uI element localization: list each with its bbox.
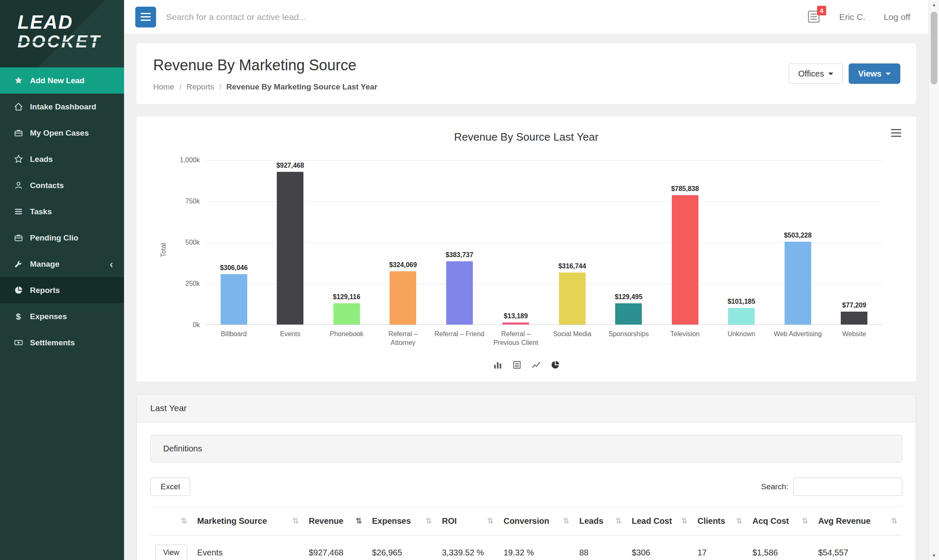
user-menu[interactable]: Eric C. — [839, 12, 865, 22]
breadcrumb-item[interactable]: Home — [153, 82, 174, 92]
chart-bar-referral-attorney[interactable] — [390, 271, 416, 325]
notification-badge[interactable]: 4 — [817, 6, 826, 16]
breadcrumb-item[interactable]: Reports — [186, 82, 214, 92]
bar-value-label: $324,069 — [389, 261, 417, 269]
sidebar-item-label: Manage — [30, 260, 60, 269]
chart-bar-sponsorships[interactable] — [615, 303, 642, 325]
sidebar: LEAD DOCKET Add New LeadIntake Dashboard… — [0, 0, 124, 560]
view-column-header[interactable]: ⇅ — [150, 507, 192, 535]
page-title: Revenue By Marketing Source — [153, 57, 899, 74]
sidebar-item-leads[interactable]: Leads — [0, 146, 124, 172]
chart-panel: Revenue By Source Last Year Total 0k250k… — [137, 116, 916, 382]
header-actions: Offices Views — [789, 64, 900, 84]
bar-chart: Total 0k250k500k750k1,000k$306,046$927,4… — [206, 160, 882, 347]
table-cell: $26,965 — [367, 535, 437, 560]
chart-bar-social-media[interactable] — [559, 273, 586, 325]
y-axis-tick-label: 750k — [185, 198, 206, 205]
sort-icon[interactable]: ⇅ — [426, 516, 432, 525]
sidebar-item-contacts[interactable]: Contacts — [0, 172, 124, 198]
chart-bar-television[interactable] — [672, 195, 698, 325]
sort-icon[interactable]: ⇅ — [356, 516, 362, 525]
sidebar-item-tasks[interactable]: Tasks — [0, 198, 124, 225]
line-chart-icon[interactable] — [530, 359, 542, 371]
page-scrollbar[interactable]: ▲ ▼ — [929, 0, 939, 560]
x-axis-labels: BillboardEventsPhonebookReferral – Attor… — [206, 330, 882, 347]
chart-bar-events[interactable] — [277, 172, 303, 325]
bar-column-social-media: $316,744 — [544, 160, 601, 325]
scroll-down-arrow-icon[interactable]: ▼ — [929, 551, 939, 560]
chart-bar-website[interactable] — [841, 312, 867, 325]
briefcase-icon — [13, 233, 23, 243]
report-panel: Last Year Definitions Excel Search: ⇅Mar… — [137, 394, 916, 560]
definitions-toggle[interactable]: Definitions — [150, 435, 902, 463]
bar-chart-icon[interactable] — [492, 359, 504, 371]
sidebar-item-expenses[interactable]: $Expenses — [0, 303, 124, 330]
column-header-avg-revenue[interactable]: Avg Revenue⇅ — [813, 507, 902, 535]
wrench-icon — [13, 260, 23, 269]
scrollbar-thumb[interactable] — [931, 12, 937, 84]
chart-title: Revenue By Source Last Year — [152, 131, 901, 144]
y-axis-tick-label: 1,000k — [180, 156, 206, 164]
chart-bar-web-advertising[interactable] — [785, 242, 811, 325]
sidebar-item-reports[interactable]: Reports — [0, 277, 124, 303]
column-header-leads[interactable]: Leads⇅ — [574, 507, 627, 535]
sidebar-item-my-open-cases[interactable]: My Open Cases — [0, 120, 124, 146]
chart-bar-phonebook[interactable] — [333, 303, 360, 325]
x-axis-category-label: Television — [657, 330, 713, 347]
data-table-icon[interactable] — [511, 359, 523, 371]
views-dropdown-button[interactable]: Views — [849, 64, 900, 84]
table-toolbar: Excel Search: — [150, 478, 902, 496]
sidebar-item-label: Leads — [30, 155, 53, 164]
sidebar-item-manage[interactable]: Manage‹ — [0, 251, 124, 277]
column-header-conversion[interactable]: Conversion⇅ — [499, 507, 574, 535]
pie-chart-icon[interactable] — [549, 359, 561, 371]
sort-icon[interactable]: ⇅ — [181, 516, 187, 525]
column-header-roi[interactable]: ROI⇅ — [437, 507, 499, 535]
sidebar-item-settlements[interactable]: Settlements — [0, 330, 124, 356]
bars-row: $306,046$927,468$129,116$324,069$383,737… — [206, 160, 882, 325]
user-icon — [13, 181, 23, 190]
offices-dropdown-button[interactable]: Offices — [789, 64, 843, 84]
sort-icon[interactable]: ⇅ — [487, 516, 494, 525]
global-search-input[interactable] — [166, 12, 807, 22]
sidebar-menu: Add New LeadIntake DashboardMy Open Case… — [0, 67, 124, 356]
logoff-link[interactable]: Log off — [884, 12, 910, 22]
sort-icon[interactable]: ⇅ — [293, 516, 299, 525]
column-header-marketing-source[interactable]: Marketing Source⇅ — [192, 507, 304, 535]
menu-toggle-button[interactable] — [135, 7, 156, 27]
view-button[interactable]: View — [155, 545, 187, 560]
sidebar-item-add-new-lead[interactable]: Add New Lead — [0, 67, 124, 94]
notifications-button[interactable]: 4 — [807, 10, 821, 24]
chart-bar-unknown[interactable] — [728, 308, 755, 325]
sidebar-item-label: Contacts — [30, 181, 64, 190]
bar-value-label: $306,046 — [220, 264, 248, 272]
bar-column-billboard: $306,046 — [206, 160, 262, 325]
column-header-clients[interactable]: Clients⇅ — [693, 507, 748, 535]
scroll-up-arrow-icon[interactable]: ▲ — [929, 0, 939, 9]
sidebar-item-label: My Open Cases — [30, 129, 89, 138]
sort-icon[interactable]: ⇅ — [681, 516, 688, 525]
sidebar-item-pending-clio[interactable]: Pending Clio — [0, 225, 124, 251]
column-header-revenue[interactable]: Revenue⇅ — [304, 507, 367, 535]
column-header-expenses[interactable]: Expenses⇅ — [367, 507, 437, 535]
chart-bar-referral-previous-client[interactable] — [502, 322, 529, 325]
x-axis-category-label: Referral – Friend — [431, 330, 488, 347]
chart-bar-referral-friend[interactable] — [446, 261, 473, 325]
excel-export-button[interactable]: Excel — [150, 478, 190, 496]
sort-icon[interactable]: ⇅ — [802, 516, 808, 525]
sort-icon[interactable]: ⇅ — [891, 516, 897, 525]
chevron-left-icon: ‹ — [109, 259, 113, 270]
sort-icon[interactable]: ⇅ — [736, 516, 743, 525]
money-icon — [13, 338, 23, 347]
table-search-input[interactable] — [793, 478, 902, 496]
column-header-lead-cost[interactable]: Lead Cost⇅ — [627, 507, 693, 535]
topbar-right: 4 Eric C. Log off — [807, 10, 910, 24]
x-axis-category-label: Billboard — [206, 330, 262, 347]
sidebar-item-intake-dashboard[interactable]: Intake Dashboard — [0, 94, 124, 120]
chart-export-menu-icon[interactable] — [889, 127, 903, 139]
sort-icon[interactable]: ⇅ — [563, 516, 569, 525]
column-header-acq-cost[interactable]: Acq Cost⇅ — [748, 507, 813, 535]
app-logo[interactable]: LEAD DOCKET — [0, 0, 124, 67]
chart-bar-billboard[interactable] — [221, 274, 247, 325]
sort-icon[interactable]: ⇅ — [616, 516, 622, 525]
